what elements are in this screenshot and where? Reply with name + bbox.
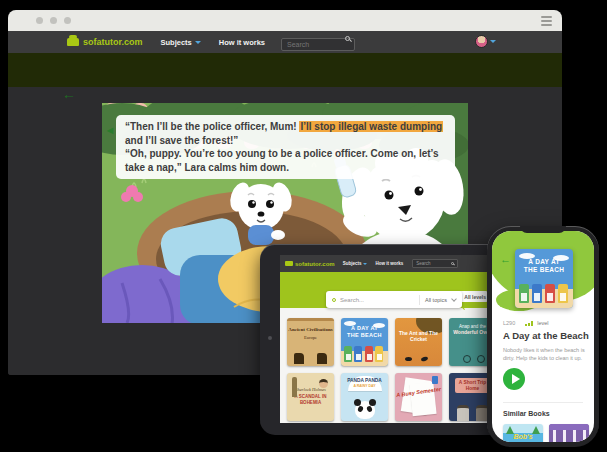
book-cover-day-at-the-beach[interactable]: A DAY AT THE BEACH (341, 318, 388, 366)
camera-icon (268, 336, 272, 340)
chevron-down-icon (195, 41, 201, 44)
caption-marker-icon: ◀ (107, 124, 113, 138)
panda-icon (355, 401, 375, 419)
chevron-down-icon (490, 40, 496, 43)
menu-icon[interactable] (541, 16, 552, 28)
search-icon (332, 298, 336, 302)
person-silhouette (457, 405, 469, 421)
ant-icon (405, 357, 412, 361)
nav-how-it-works[interactable]: How it works (375, 261, 403, 266)
navbar-search[interactable]: Search (412, 259, 458, 268)
book-cover-busy-semester[interactable]: A Busy Semester (395, 373, 442, 421)
levels-icon (525, 321, 533, 326)
search-placeholder: Search... (340, 297, 414, 303)
dimmed-page-banner (8, 53, 562, 87)
user-menu[interactable] (475, 35, 496, 48)
paper-clip-icon (432, 376, 438, 384)
tablet-navbar: sofatutor.com Subjects How it works Sear… (280, 255, 496, 272)
window-dot (50, 17, 57, 24)
book-meta: L290 level (503, 320, 549, 326)
window-dot (36, 17, 43, 24)
book-description: Nobody likes it when the beach is dirty.… (503, 346, 587, 362)
figure-silhouette (294, 353, 304, 364)
sofatutor-logo[interactable]: sofatutor.com (83, 37, 143, 47)
divider (419, 295, 420, 305)
big-ben-icon (292, 377, 297, 397)
bicycle-wheel-icon (477, 355, 485, 363)
nav-subjects[interactable]: Subjects (161, 38, 201, 47)
lexile-level: L290 (503, 320, 515, 326)
trash-bin-icon (519, 284, 529, 303)
tablet-mockup: sofatutor.com Subjects How it works Sear… (260, 244, 512, 435)
tablet-screen: sofatutor.com Subjects How it works Sear… (280, 255, 496, 423)
caption-text: and I’ll save the forest!” (125, 135, 238, 146)
trash-bin-icon (375, 346, 383, 362)
level-indicator: level (525, 320, 548, 326)
book-cover-panda-panda[interactable]: PANDA PANDA A RAINY DAY (341, 373, 388, 421)
book-cover-ancient-civilisations[interactable]: Ancient Civilisations Europe (287, 318, 334, 366)
tree-icon (532, 426, 540, 434)
detective-icon (319, 379, 328, 388)
divider (503, 402, 583, 403)
trash-bin-icon (344, 346, 352, 362)
bicycle-wheel-icon (463, 355, 471, 363)
trash-bin-icon (532, 284, 542, 303)
trash-bin-icon (558, 284, 568, 303)
browser-chrome-bar (8, 10, 562, 31)
chevron-down-icon (451, 296, 457, 302)
book-title: A Day at the Beach (503, 330, 589, 341)
play-button[interactable] (503, 368, 525, 390)
window-dot (64, 17, 71, 24)
phone-notch (520, 226, 566, 233)
tree-icon (506, 426, 514, 434)
similar-book-bobs[interactable]: Bob's (503, 424, 543, 442)
figure-silhouette (317, 353, 327, 364)
back-arrow[interactable]: ← (62, 86, 76, 102)
ant-icon (421, 356, 429, 362)
avatar (475, 35, 488, 48)
canvas: { "colors": { "brand_green": "#a9c814", … (0, 0, 607, 452)
search-icon[interactable] (345, 36, 350, 41)
book-cover-scandal-in-bohemia[interactable]: Sherlock Holmes A Scandal in Bohemia (287, 373, 334, 421)
chevron-down-icon (363, 263, 367, 265)
library-search-bar[interactable]: Search... All topics (326, 291, 462, 308)
nav-how-it-works[interactable]: How it works (219, 38, 265, 47)
window-controls (36, 17, 71, 24)
topics-filter[interactable]: All topics (425, 297, 447, 303)
sofatutor-logo[interactable]: sofatutor.com (295, 261, 335, 267)
subtitle-caption: ◀ “Then I’ll be the police officer, Mum!… (116, 115, 455, 179)
phone-screen: ← A DAY AT THE BEACH L290 level A Day at… (492, 231, 594, 442)
book-cover-day-at-the-beach[interactable]: A DAY AT THE BEACH (515, 249, 573, 308)
navbar-search (281, 33, 355, 51)
similar-books-heading: Similar Books (503, 410, 550, 417)
sofatutor-logo-icon (285, 261, 293, 266)
phone-mockup: ← A DAY AT THE BEACH L290 level A Day at… (487, 226, 599, 447)
nav-subjects[interactable]: Subjects (343, 261, 368, 266)
trash-bin-icon (545, 284, 555, 303)
search-input[interactable] (281, 38, 355, 51)
caption-text: “Oh, puppy. You’re too young to be a pol… (125, 148, 439, 173)
trash-bin-icon (354, 346, 362, 362)
site-navbar: sofatutor.com Subjects How it works (8, 31, 562, 53)
similar-book-birch-forest[interactable] (549, 424, 589, 442)
book-cover-ant-and-cricket[interactable]: The Ant and The Cricket (395, 318, 442, 366)
caption-text: “Then I’ll be the police officer, Mum! (125, 121, 299, 132)
caption-highlight: I’ll stop illegal waste dumping (299, 121, 443, 132)
sofatutor-logo-icon (67, 38, 79, 46)
back-arrow[interactable]: ← (500, 253, 511, 265)
trash-bin-icon (365, 346, 373, 362)
search-icon (451, 262, 454, 265)
